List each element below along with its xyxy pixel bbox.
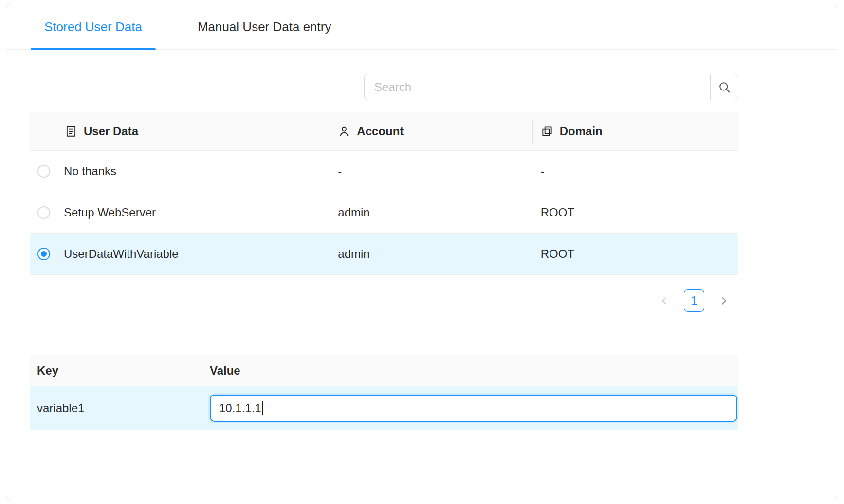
search-button[interactable] bbox=[710, 74, 738, 100]
search-row bbox=[30, 74, 738, 100]
row-account-value: - bbox=[330, 164, 532, 178]
stored-user-data-panel: Stored User Data Manual User Data entry bbox=[6, 4, 838, 500]
user-data-table: User Data Account bbox=[30, 112, 738, 275]
column-header-value: Value bbox=[202, 355, 738, 386]
pagination-prev-button[interactable] bbox=[655, 289, 674, 312]
pagination: 1 bbox=[30, 289, 738, 312]
column-header-user-data: User Data bbox=[30, 112, 330, 150]
search-icon bbox=[717, 80, 731, 94]
row-domain-value: ROOT bbox=[533, 206, 738, 219]
table-row-no-thanks[interactable]: No thanks - - bbox=[30, 151, 738, 192]
chevron-right-icon bbox=[717, 294, 730, 307]
column-label-user-data: User Data bbox=[84, 125, 138, 138]
row-domain-value: ROOT bbox=[533, 247, 738, 261]
user-data-table-header: User Data Account bbox=[30, 112, 738, 151]
radio-unselected[interactable] bbox=[37, 165, 50, 178]
row-account-value: admin bbox=[330, 206, 532, 219]
key-value-table: Key Value variable1 10.1.1.1 bbox=[30, 355, 738, 430]
row-domain-value: - bbox=[533, 164, 738, 178]
radio-unselected[interactable] bbox=[37, 206, 50, 219]
radio-selected[interactable] bbox=[37, 248, 50, 260]
document-list-icon bbox=[65, 125, 77, 138]
column-label-account: Account bbox=[357, 125, 404, 138]
panel-content: User Data Account bbox=[30, 74, 738, 430]
variable-value-text: 10.1.1.1 bbox=[219, 401, 261, 415]
row-user-data-label: No thanks bbox=[64, 164, 116, 178]
table-row-userdatawithvariable[interactable]: UserDataWithVariable admin ROOT bbox=[30, 234, 738, 275]
variable-key-label: variable1 bbox=[30, 401, 202, 415]
text-cursor bbox=[262, 401, 263, 415]
person-icon bbox=[338, 125, 350, 138]
table-row-setup-webserver[interactable]: Setup WebServer admin ROOT bbox=[30, 192, 738, 234]
pagination-page-1[interactable]: 1 bbox=[684, 289, 704, 312]
row-user-data-label: UserDataWithVariable bbox=[64, 247, 179, 261]
domain-icon bbox=[541, 125, 553, 138]
column-header-account: Account bbox=[330, 112, 532, 150]
column-header-key: Key bbox=[30, 355, 202, 386]
search-box bbox=[364, 74, 738, 100]
row-account-value: admin bbox=[330, 247, 532, 261]
chevron-left-icon bbox=[658, 294, 671, 307]
row-user-data-label: Setup WebServer bbox=[64, 206, 156, 219]
key-value-table-header: Key Value bbox=[30, 355, 738, 386]
tab-manual-user-data-entry[interactable]: Manual User Data entry bbox=[184, 19, 345, 49]
column-header-domain: Domain bbox=[533, 112, 738, 150]
search-input[interactable] bbox=[364, 74, 711, 100]
tab-bar: Stored User Data Manual User Data entry bbox=[6, 4, 838, 50]
column-label-domain: Domain bbox=[560, 125, 603, 138]
tab-stored-user-data[interactable]: Stored User Data bbox=[31, 19, 156, 49]
key-value-row: variable1 10.1.1.1 bbox=[30, 386, 738, 430]
pagination-next-button[interactable] bbox=[714, 289, 734, 312]
variable-value-input[interactable]: 10.1.1.1 bbox=[210, 395, 737, 422]
